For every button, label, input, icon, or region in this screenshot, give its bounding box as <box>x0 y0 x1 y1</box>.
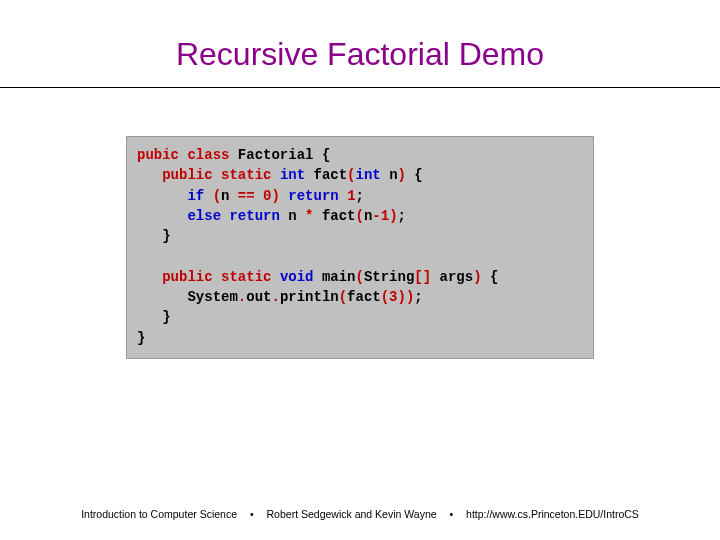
paren: ) <box>398 289 406 305</box>
op: - <box>372 208 380 224</box>
paren: ( <box>213 188 221 204</box>
kw: static <box>221 269 271 285</box>
ident: fact <box>347 289 381 305</box>
slide-title: Recursive Factorial Demo <box>0 0 720 87</box>
bullet-icon: • <box>240 508 264 520</box>
ident: args <box>440 269 474 285</box>
ident: System <box>187 289 237 305</box>
title-divider <box>0 87 720 88</box>
dot: . <box>238 289 246 305</box>
semi: ; <box>414 289 422 305</box>
kw: public <box>162 269 212 285</box>
brace: } <box>162 228 170 244</box>
brace: { <box>322 147 330 163</box>
paren: ) <box>398 167 406 183</box>
paren: ( <box>339 289 347 305</box>
footer-course: Introduction to Computer Science <box>81 508 237 520</box>
kw: int <box>280 167 305 183</box>
paren: ( <box>356 269 364 285</box>
ident: out <box>246 289 271 305</box>
kw: if <box>187 188 204 204</box>
semi: ; <box>356 188 364 204</box>
brace: } <box>137 330 145 346</box>
paren: ( <box>347 167 355 183</box>
ident: fact <box>322 208 356 224</box>
ident: main <box>322 269 356 285</box>
footer-url: http://www.cs.Princeton.EDU/IntroCS <box>466 508 639 520</box>
ident: n <box>221 188 229 204</box>
num: 1 <box>381 208 389 224</box>
kw: else <box>187 208 221 224</box>
ident: fact <box>314 167 348 183</box>
bracket: [] <box>414 269 431 285</box>
ident: n <box>389 167 397 183</box>
kw: public <box>162 167 212 183</box>
paren: ) <box>473 269 481 285</box>
semi: ; <box>398 208 406 224</box>
paren: ) <box>271 188 279 204</box>
ident: String <box>364 269 414 285</box>
footer-authors: Robert Sedgewick and Kevin Wayne <box>267 508 437 520</box>
dot: . <box>271 289 279 305</box>
ident: println <box>280 289 339 305</box>
kw: class <box>187 147 229 163</box>
paren: ) <box>389 208 397 224</box>
num: 3 <box>389 289 397 305</box>
kw: return <box>288 188 338 204</box>
code-block: pubic class Factorial { public static in… <box>126 136 594 359</box>
kw: pubic <box>137 147 179 163</box>
ident: n <box>288 208 296 224</box>
slide-footer: Introduction to Computer Science • Rober… <box>0 508 720 520</box>
kw: int <box>356 167 381 183</box>
paren: ( <box>381 289 389 305</box>
brace: { <box>490 269 498 285</box>
op: == <box>238 188 255 204</box>
bullet-icon: • <box>440 508 464 520</box>
ident: Factorial <box>238 147 314 163</box>
num: 1 <box>347 188 355 204</box>
kw: return <box>229 208 279 224</box>
kw: static <box>221 167 271 183</box>
kw: void <box>280 269 314 285</box>
brace: { <box>414 167 422 183</box>
brace: } <box>162 309 170 325</box>
op: * <box>305 208 313 224</box>
paren: ( <box>356 208 364 224</box>
